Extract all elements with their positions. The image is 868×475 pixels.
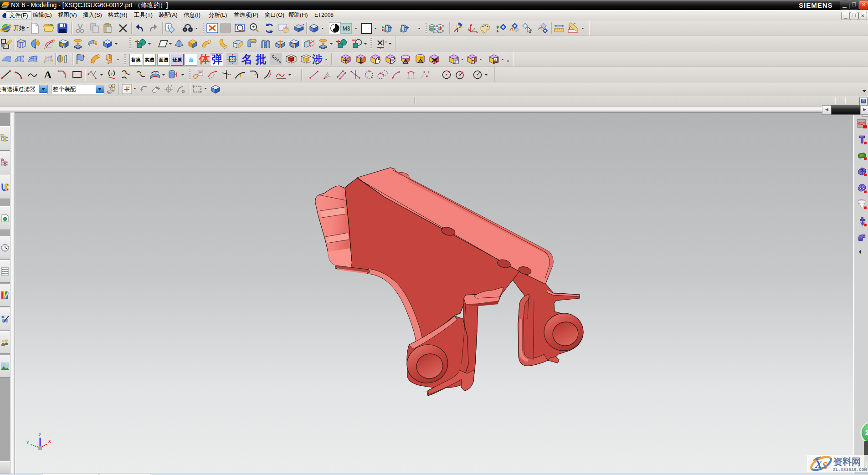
svg-text:M3: M3 <box>343 26 350 32</box>
svg-text:X: X <box>815 459 822 470</box>
svg-text:x: x <box>494 58 496 61</box>
svg-text:x: x <box>380 46 381 50</box>
svg-text:ZL.XS1616.COM: ZL.XS1616.COM <box>833 467 867 472</box>
svg-text:A: A <box>44 69 52 81</box>
svg-text:y: y <box>279 60 282 65</box>
svg-text:x: x <box>385 40 387 44</box>
svg-text:资料网: 资料网 <box>833 457 861 467</box>
svg-text:S: S <box>822 460 828 471</box>
